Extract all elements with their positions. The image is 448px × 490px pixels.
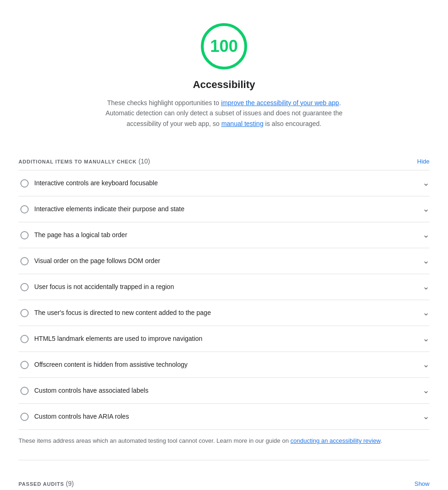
passed-section-count: (9) — [66, 480, 74, 487]
page-container: 100 Accessibility These checks highlight… — [0, 0, 448, 490]
audit-item[interactable]: Custom controls have ARIA roles ⌄ — [19, 404, 429, 430]
audit-status-icon — [20, 413, 29, 421]
audit-item-label: The user's focus is directed to new cont… — [34, 308, 419, 318]
manual-section-title: ADDITIONAL ITEMS TO MANUALLY CHECK — [19, 159, 137, 164]
chevron-down-icon: ⌄ — [423, 177, 429, 189]
audit-status-icon — [20, 205, 29, 214]
audit-item[interactable]: Custom controls have associated labels ⌄ — [19, 378, 429, 404]
chevron-down-icon: ⌄ — [423, 358, 429, 371]
improve-accessibility-link[interactable]: improve the accessibility of your web ap… — [221, 99, 339, 107]
chevron-down-icon: ⌄ — [423, 229, 429, 241]
passed-title-group: PASSED AUDITS (9) — [19, 479, 74, 489]
audit-status-icon — [20, 179, 29, 188]
audit-status-icon — [20, 231, 29, 239]
audit-item[interactable]: The page has a logical tab order ⌄ — [19, 222, 429, 248]
passed-section-header: PASSED AUDITS (9) Show — [19, 470, 429, 490]
audit-item-label: Custom controls have ARIA roles — [34, 412, 419, 421]
passed-section-title: PASSED AUDITS — [19, 481, 64, 487]
audit-item-label: Visual order on the page follows DOM ord… — [34, 256, 419, 266]
manual-testing-link[interactable]: manual testing — [221, 120, 263, 127]
audit-item-label: User focus is not accidentally trapped i… — [34, 282, 419, 292]
score-circle: 100 — [201, 23, 247, 69]
chevron-down-icon: ⌄ — [423, 384, 429, 397]
manual-section-count: (10) — [138, 157, 150, 165]
chevron-down-icon: ⌄ — [423, 203, 429, 215]
audit-status-icon — [20, 309, 29, 317]
score-section: 100 Accessibility These checks highlight… — [19, 9, 429, 138]
audit-item-label: Interactive elements indicate their purp… — [34, 204, 419, 214]
score-title: Accessibility — [193, 77, 255, 92]
footer-note: These items address areas which an autom… — [19, 430, 429, 446]
audit-item[interactable]: Interactive elements indicate their purp… — [19, 196, 429, 222]
audit-status-icon — [20, 361, 29, 369]
audit-status-icon — [20, 283, 29, 291]
manual-section-toggle[interactable]: Hide — [417, 158, 429, 165]
chevron-down-icon: ⌄ — [423, 255, 429, 267]
passed-audits-section: PASSED AUDITS (9) Show — [19, 460, 429, 490]
chevron-down-icon: ⌄ — [423, 410, 429, 423]
audit-item-label: HTML5 landmark elements are used to impr… — [34, 334, 419, 344]
section-divider — [19, 460, 429, 460]
score-value: 100 — [210, 34, 238, 59]
audit-status-icon — [20, 387, 29, 395]
accessibility-review-link[interactable]: conducting an accessibility review — [291, 437, 380, 444]
audit-item-label: Custom controls have associated labels — [34, 386, 419, 396]
chevron-down-icon: ⌄ — [423, 307, 429, 319]
audit-status-icon — [20, 335, 29, 343]
passed-section-toggle[interactable]: Show — [414, 480, 429, 487]
audit-item[interactable]: HTML5 landmark elements are used to impr… — [19, 326, 429, 352]
audit-item[interactable]: Interactive controls are keyboard focusa… — [19, 170, 429, 196]
chevron-down-icon: ⌄ — [423, 281, 429, 293]
audit-item-label: Offscreen content is hidden from assisti… — [34, 360, 419, 370]
manual-check-title-group: ADDITIONAL ITEMS TO MANUALLY CHECK (10) — [19, 157, 150, 166]
audit-item-label: The page has a logical tab order — [34, 230, 419, 240]
audit-item[interactable]: Offscreen content is hidden from assisti… — [19, 352, 429, 378]
chevron-down-icon: ⌄ — [423, 333, 429, 345]
audit-status-icon — [20, 257, 29, 265]
audit-list: Interactive controls are keyboard focusa… — [19, 170, 429, 430]
audit-item[interactable]: Visual order on the page follows DOM ord… — [19, 248, 429, 274]
manual-check-section-header: ADDITIONAL ITEMS TO MANUALLY CHECK (10) … — [19, 147, 429, 170]
score-description: These checks highlight opportunities to … — [104, 98, 344, 129]
audit-item[interactable]: User focus is not accidentally trapped i… — [19, 274, 429, 300]
audit-item-label: Interactive controls are keyboard focusa… — [34, 178, 419, 188]
audit-item[interactable]: The user's focus is directed to new cont… — [19, 300, 429, 326]
